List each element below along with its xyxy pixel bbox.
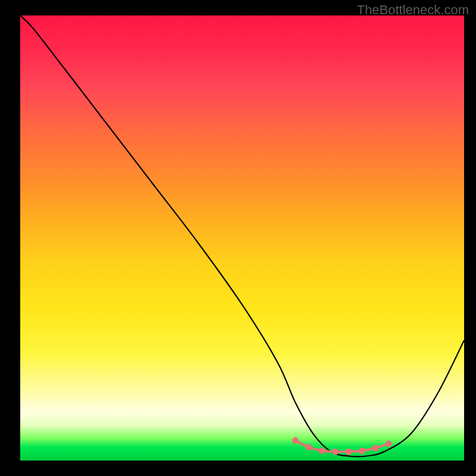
marker-dot [372,445,378,452]
optimal-range-markers [292,437,392,455]
plot-area [20,15,464,461]
marker-dot [292,437,299,444]
marker-dot [319,447,325,454]
chart-svg [20,15,464,461]
marker-dot [332,449,339,455]
marker-dot [359,447,365,454]
marker-dot [305,444,312,450]
bottleneck-curve [20,15,464,456]
marker-dot [386,440,392,447]
marker-dot [346,449,352,455]
attribution-text: TheBottleneck.com [357,2,469,18]
